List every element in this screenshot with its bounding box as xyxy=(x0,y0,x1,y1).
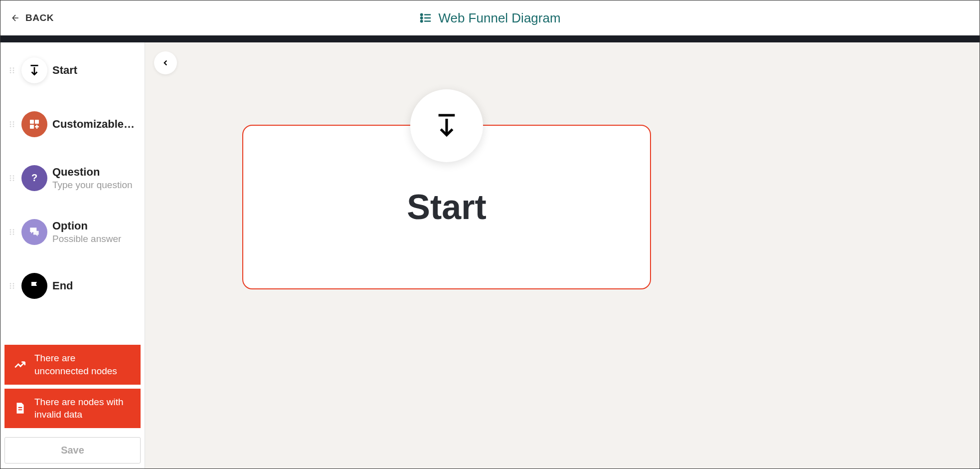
collapse-sidebar-button[interactable] xyxy=(154,51,177,74)
sidebar-item-customizable[interactable]: Customizable … xyxy=(4,106,141,142)
svg-rect-21 xyxy=(35,120,39,124)
svg-point-17 xyxy=(13,124,14,125)
sidebar: Start xyxy=(0,42,145,469)
drag-handle-icon xyxy=(7,66,16,75)
divider-bar xyxy=(0,35,980,42)
svg-text:?: ? xyxy=(31,172,37,183)
start-icon xyxy=(21,57,47,83)
svg-point-27 xyxy=(10,180,11,181)
svg-rect-22 xyxy=(30,125,34,129)
save-button-label: Save xyxy=(61,445,84,456)
svg-point-10 xyxy=(10,72,11,73)
drag-handle-icon xyxy=(7,228,16,236)
svg-point-32 xyxy=(10,232,11,233)
drag-handle-icon xyxy=(7,120,16,129)
flag-icon xyxy=(21,273,47,299)
diagram-canvas[interactable]: Start xyxy=(145,42,980,469)
svg-point-15 xyxy=(13,121,14,123)
chat-icon xyxy=(21,219,47,245)
svg-point-35 xyxy=(13,234,14,235)
svg-point-18 xyxy=(10,126,11,127)
sidebar-item-sublabel: Possible answer xyxy=(52,234,121,244)
svg-point-11 xyxy=(13,72,14,73)
svg-point-34 xyxy=(10,234,11,235)
chevron-left-icon xyxy=(161,58,170,67)
start-node-icon xyxy=(410,89,483,162)
svg-point-9 xyxy=(13,70,14,71)
back-button[interactable]: BACK xyxy=(10,12,54,23)
svg-point-6 xyxy=(10,67,11,69)
sidebar-item-label: Option xyxy=(52,220,121,233)
sidebar-item-option[interactable]: Option Possible answer xyxy=(4,214,141,250)
svg-point-33 xyxy=(13,232,14,233)
svg-point-25 xyxy=(10,178,11,179)
warning-text: There are unconnected nodes xyxy=(34,352,132,377)
grid-icon xyxy=(21,111,47,137)
drag-handle-icon xyxy=(7,281,16,290)
svg-point-41 xyxy=(13,287,14,289)
svg-point-3 xyxy=(421,14,422,15)
warning-text: There are nodes with invalid data xyxy=(34,396,132,421)
arrow-left-icon xyxy=(10,13,20,23)
svg-point-19 xyxy=(13,126,14,127)
svg-point-16 xyxy=(10,124,11,125)
canvas-node-title: Start xyxy=(407,187,486,227)
warning-invalid-data[interactable]: There are nodes with invalid data xyxy=(4,389,141,428)
list-icon xyxy=(419,11,432,24)
sidebar-item-label: End xyxy=(52,279,73,292)
svg-point-5 xyxy=(421,20,422,22)
svg-point-23 xyxy=(10,175,11,177)
document-icon xyxy=(13,402,26,415)
svg-point-36 xyxy=(10,283,11,284)
canvas-start-node[interactable]: Start xyxy=(242,125,651,289)
sidebar-item-question[interactable]: ? Question Type your question xyxy=(4,160,141,196)
sidebar-item-label: Question xyxy=(52,166,133,179)
node-palette: Start xyxy=(4,52,141,345)
warning-unconnected-nodes[interactable]: There are unconnected nodes xyxy=(4,345,141,384)
svg-point-14 xyxy=(10,121,11,123)
trending-up-icon xyxy=(13,358,26,371)
connector-output-handle[interactable] xyxy=(434,276,459,301)
page-title: Web Funnel Diagram xyxy=(419,10,560,26)
svg-point-40 xyxy=(10,287,11,289)
svg-point-4 xyxy=(421,17,422,18)
svg-point-38 xyxy=(10,285,11,287)
save-button[interactable]: Save xyxy=(4,437,141,464)
back-label: BACK xyxy=(25,12,54,23)
svg-point-30 xyxy=(10,229,11,231)
svg-point-37 xyxy=(13,283,14,284)
drag-handle-icon xyxy=(7,174,16,183)
svg-point-28 xyxy=(13,180,14,181)
svg-point-8 xyxy=(10,70,11,71)
svg-point-7 xyxy=(13,67,14,69)
sidebar-item-sublabel: Type your question xyxy=(52,180,133,191)
svg-point-31 xyxy=(13,229,14,231)
svg-point-24 xyxy=(13,175,14,177)
page-title-text: Web Funnel Diagram xyxy=(438,10,560,26)
sidebar-item-label: Customizable … xyxy=(52,118,138,131)
sidebar-item-label: Start xyxy=(52,64,77,77)
sidebar-item-start[interactable]: Start xyxy=(4,52,141,88)
svg-point-39 xyxy=(13,285,14,287)
sidebar-item-end[interactable]: End xyxy=(4,268,141,304)
question-icon: ? xyxy=(21,165,47,191)
svg-rect-20 xyxy=(30,120,34,124)
header: BACK Web Funnel Diagram xyxy=(0,0,980,35)
svg-point-26 xyxy=(13,178,14,179)
